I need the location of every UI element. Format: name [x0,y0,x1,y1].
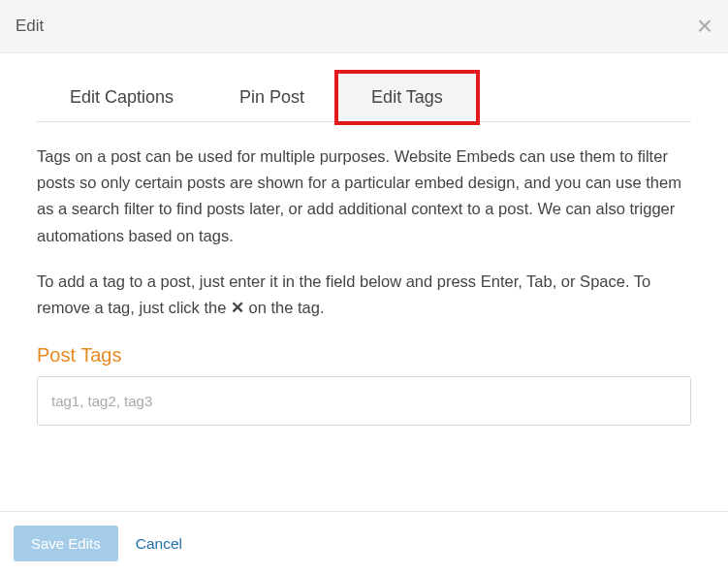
tab-edit-tags-label: Edit Tags [371,87,443,107]
instruction-pre: To add a tag to a post, just enter it in… [37,272,650,316]
modal-title: Edit [16,16,44,36]
tab-edit-tags[interactable]: Edit Tags [337,73,477,122]
tabs-container: Edit Captions Pin Post Edit Tags [37,73,691,122]
modal-body: Edit Captions Pin Post Edit Tags Tags on… [0,53,728,455]
close-icon[interactable]: × [697,13,712,40]
tags-description: Tags on a post can be used for multiple … [37,144,691,249]
post-tags-input[interactable] [37,376,691,426]
cancel-button[interactable]: Cancel [136,535,182,553]
modal-footer: Save Edits Cancel [0,511,728,575]
remove-x-icon: ✕ [231,299,244,316]
tags-instruction: To add a tag to a post, just enter it in… [37,269,691,321]
instruction-post: on the tag. [244,299,325,316]
post-tags-heading: Post Tags [37,344,691,367]
save-edits-button[interactable]: Save Edits [14,526,118,561]
modal-header: Edit × [0,0,728,53]
tab-edit-captions[interactable]: Edit Captions [37,73,206,121]
tab-pin-post[interactable]: Pin Post [206,73,337,121]
